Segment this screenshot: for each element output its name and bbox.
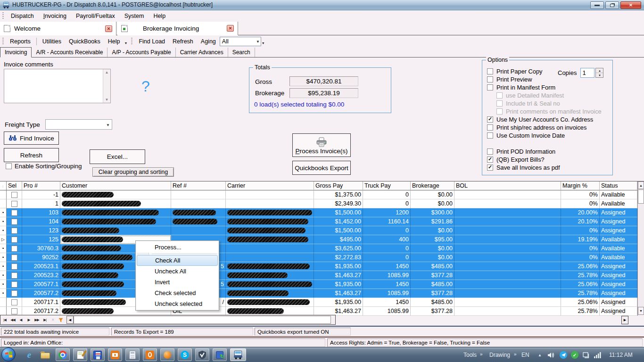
cell-sel[interactable]: [7, 289, 22, 298]
option-use-custom-invoice-date[interactable]: Use Custom Invoice Date: [487, 132, 565, 139]
column-header-gross-pay[interactable]: Gross Pay: [314, 181, 363, 190]
column-header-bol[interactable]: BOL: [454, 181, 561, 190]
nav-prior-page-button[interactable]: ◀◀: [9, 316, 17, 324]
row-checkbox[interactable]: [11, 201, 17, 207]
tab-brokerage-invoicing[interactable]: Brokerage Invoicing ✕: [117, 22, 238, 35]
find-invoice-button[interactable]: Find Invoice: [4, 132, 59, 145]
option-use-my-user-account-s-co-address[interactable]: Use My User Account's Co. Address: [487, 116, 593, 123]
option-include-trl-seal-no[interactable]: Include trl & Seal no: [496, 100, 560, 107]
taskbar-app-orange-ball[interactable]: [160, 348, 174, 361]
excel-export-button[interactable]: Excel...: [90, 149, 145, 164]
nav-next-button[interactable]: ▶: [25, 316, 33, 324]
column-header-ref[interactable]: Ref #: [171, 181, 226, 190]
checkbox-icon[interactable]: [496, 92, 503, 99]
cell-sel[interactable]: [7, 190, 22, 199]
option-print-in-manifest-form[interactable]: Print in Manifest Form: [487, 84, 555, 91]
taskbar-app-save-floppy[interactable]: [91, 348, 105, 361]
row-checkbox[interactable]: [11, 192, 17, 198]
row-checkbox[interactable]: [11, 237, 17, 243]
tray-drawing-chevron-icon[interactable]: »: [514, 352, 517, 357]
nav-filter-button[interactable]: [57, 316, 65, 324]
subtab-a-p-accounts-payable[interactable]: A/P - Accounts Payable: [107, 48, 175, 57]
tab-welcome-close-icon[interactable]: ✕: [105, 25, 112, 32]
scroll-up-icon[interactable]: ▲: [105, 69, 109, 75]
taskbar-app-skype[interactable]: S: [178, 348, 192, 361]
column-header-truck-pay[interactable]: Truck Pay: [363, 181, 411, 190]
row-checkbox[interactable]: [11, 281, 17, 288]
toolbar-overflow-icon[interactable]: ▼: [261, 39, 266, 45]
menu-invoicing[interactable]: Invoicing: [39, 11, 71, 21]
telegram-icon[interactable]: [559, 351, 568, 359]
green-check-icon[interactable]: ✓: [570, 351, 579, 359]
taskbar-app-word-viewer[interactable]: [143, 348, 157, 361]
menu-dispatch[interactable]: Dispatch: [6, 11, 39, 21]
tray-drawing-label[interactable]: Drawing: [489, 352, 510, 358]
column-header-brokerage[interactable]: Brokerage: [411, 181, 454, 190]
menu-help[interactable]: Help: [149, 11, 170, 21]
toolbar-utilities[interactable]: Utilities: [39, 37, 65, 46]
checkbox-icon[interactable]: [496, 108, 503, 115]
cell-sel[interactable]: [7, 235, 22, 244]
cell-sel[interactable]: [7, 280, 22, 289]
option-save-all-invoices-as-pdf[interactable]: Save all Invoices as pdf: [487, 164, 560, 171]
process-invoices-button[interactable]: Process Invoice(s): [292, 133, 351, 157]
option-print-ship-rec-address-on-invoices[interactable]: Print ship/rec address on invoices: [487, 124, 586, 131]
checkbox-icon[interactable]: [487, 132, 493, 139]
cell-sel[interactable]: [7, 253, 22, 262]
nav-next-page-button[interactable]: ▶▶: [33, 316, 41, 324]
vscroll-thumb[interactable]: [638, 189, 644, 204]
spin-down-icon[interactable]: ▼: [596, 73, 603, 77]
taskbar-app-security-shield[interactable]: [195, 348, 209, 361]
checkbox-icon[interactable]: [487, 165, 493, 171]
toolbar-reports[interactable]: Reports: [6, 37, 34, 46]
scroll-down-icon[interactable]: ▼: [638, 307, 644, 315]
menu-system[interactable]: System: [120, 11, 149, 21]
action-center-icon[interactable]: [582, 351, 590, 359]
cell-sel[interactable]: [7, 208, 22, 217]
checkbox-icon[interactable]: [487, 148, 493, 155]
toolbar-aging[interactable]: Aging: [197, 37, 220, 46]
checkbox-icon[interactable]: [487, 124, 493, 131]
checkbox-icon[interactable]: [487, 68, 493, 74]
scroll-down-icon[interactable]: ▼: [105, 97, 109, 103]
context-menu-invert[interactable]: Invert: [137, 277, 218, 288]
column-header-margin[interactable]: Margin %: [561, 181, 600, 190]
tray-language-indicator[interactable]: EN: [521, 352, 529, 358]
cell-sel[interactable]: [7, 217, 22, 226]
context-menu-check-selected[interactable]: Check selected: [137, 288, 218, 298]
clear-grouping-button[interactable]: Clear grouping and sorting: [92, 167, 174, 177]
invoice-comments-input[interactable]: ▲▼: [4, 69, 111, 103]
taskbar-app-calculator[interactable]: [125, 348, 140, 361]
copies-input[interactable]: 1: [580, 68, 594, 78]
tray-clock[interactable]: 11:12 AM: [609, 352, 633, 358]
option-print-paper-copy[interactable]: Print Paper Copy: [487, 68, 542, 75]
minimize-button[interactable]: [590, 1, 604, 9]
row-checkbox[interactable]: [11, 246, 17, 252]
row-checkbox[interactable]: [11, 272, 17, 279]
tab-welcome[interactable]: Welcome ✕: [0, 22, 116, 35]
taskbar-app-chrome[interactable]: [56, 348, 70, 361]
menu-payroll-fueltax[interactable]: Payroll/Fueltax: [71, 11, 120, 21]
row-checkbox[interactable]: [11, 308, 17, 314]
column-header-sel[interactable]: Sel: [7, 181, 22, 190]
freight-type-select[interactable]: ▼: [45, 119, 112, 130]
hscroll-right-icon[interactable]: ▶: [621, 316, 628, 324]
quickbooks-export-button[interactable]: Quickbooks Export: [292, 161, 351, 175]
option-print-comments-on-manifest-invoice[interactable]: Print comments on manifest Invoice: [496, 108, 602, 115]
taskbar-app-windows-explorer[interactable]: [40, 350, 51, 360]
checkbox-icon[interactable]: [487, 156, 493, 163]
nav-prior-button[interactable]: ◀: [17, 316, 25, 324]
hscroll-left-icon[interactable]: ◀: [66, 316, 74, 324]
enable-sorting-checkbox[interactable]: Enable Sorting/Grouping: [6, 163, 82, 170]
taskbar-app-dr-dispatch[interactable]: [230, 348, 246, 361]
column-header-carrier[interactable]: Carrier: [226, 181, 314, 190]
refresh-button[interactable]: Refresh: [4, 148, 59, 162]
tray-tools-chevron-icon[interactable]: »: [480, 352, 483, 357]
option-qb-export-bills[interactable]: (QB) Export Bills?: [487, 156, 545, 163]
cell-sel[interactable]: [7, 226, 22, 235]
option-print-preview[interactable]: Print Preview: [487, 76, 532, 83]
nav-last-button[interactable]: ▶|: [41, 316, 49, 324]
restore-button[interactable]: [605, 1, 619, 9]
toolbar-overflow-icon[interactable]: ▼: [124, 39, 129, 45]
toolbar-help[interactable]: Help: [104, 37, 124, 46]
